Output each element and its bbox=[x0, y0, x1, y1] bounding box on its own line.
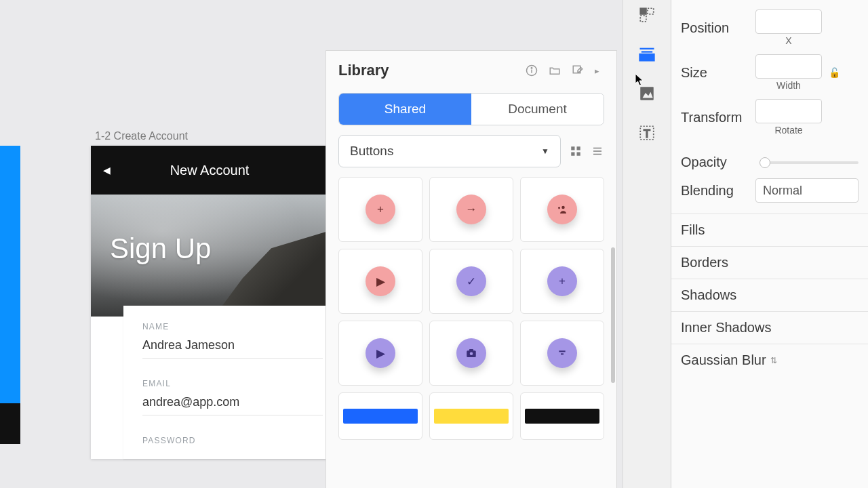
component-tile[interactable]: ▶ bbox=[338, 321, 422, 386]
svg-rect-24 bbox=[640, 54, 654, 60]
svg-rect-25 bbox=[640, 87, 654, 100]
component-tile[interactable] bbox=[520, 321, 604, 386]
email-label: EMAIL bbox=[142, 379, 323, 388]
transform-row: Transform Rotate bbox=[671, 95, 868, 140]
chevron-right-icon[interactable]: ▸ bbox=[589, 63, 604, 78]
edit-icon[interactable] bbox=[570, 63, 585, 78]
slider-knob[interactable] bbox=[760, 157, 770, 168]
component-tile[interactable] bbox=[429, 392, 513, 440]
artboard-selection-edge bbox=[0, 146, 20, 444]
borders-section[interactable]: Borders bbox=[671, 246, 868, 279]
position-x-sublabel: X bbox=[785, 35, 791, 46]
library-panel: Library ▸ Shared Document Buttons ▼ + → … bbox=[326, 50, 617, 488]
library-filter-row: Buttons ▼ bbox=[338, 135, 604, 167]
component-tile[interactable]: + bbox=[338, 177, 422, 242]
position-x-input[interactable] bbox=[755, 9, 822, 34]
name-value: Andrea Jameson bbox=[142, 338, 323, 359]
arrow-right-icon: → bbox=[456, 195, 486, 224]
fills-section[interactable]: Fills bbox=[671, 214, 868, 246]
email-value: andrea@app.com bbox=[142, 395, 323, 415]
component-tile[interactable]: ▶ bbox=[338, 249, 422, 314]
blending-select[interactable]: Normal bbox=[755, 178, 859, 203]
library-title: Library bbox=[338, 62, 516, 79]
rotate-sublabel: Rotate bbox=[774, 125, 802, 136]
transform-label: Transform bbox=[681, 110, 749, 125]
artboard: ◀ New Account Sign Up NAME Andrea Jameso… bbox=[91, 146, 328, 459]
inner-shadows-section[interactable]: Inner Shadows bbox=[671, 311, 868, 344]
hero-image: Sign Up bbox=[91, 195, 328, 317]
filter-icon bbox=[547, 338, 577, 368]
size-width-input[interactable] bbox=[755, 54, 822, 79]
tab-shared[interactable]: Shared bbox=[339, 94, 471, 125]
lock-icon[interactable]: 🔓 bbox=[829, 67, 840, 78]
svg-rect-4 bbox=[571, 146, 574, 150]
button-bar-black bbox=[525, 409, 599, 424]
artboard-title[interactable]: 1-2 Create Account bbox=[95, 130, 188, 142]
name-label: NAME bbox=[142, 322, 323, 331]
position-label: Position bbox=[681, 20, 749, 36]
blending-row: Blending Normal bbox=[671, 174, 868, 207]
scrollbar[interactable] bbox=[611, 247, 615, 383]
play-icon: ▶ bbox=[366, 338, 395, 368]
svg-rect-19 bbox=[640, 8, 646, 14]
name-field: NAME Andrea Jameson bbox=[142, 322, 323, 359]
category-dropdown[interactable]: Buttons ▼ bbox=[338, 135, 561, 167]
plus-icon: + bbox=[366, 195, 395, 224]
svg-rect-16 bbox=[469, 349, 473, 351]
svg-rect-7 bbox=[577, 152, 580, 156]
component-tile[interactable] bbox=[429, 321, 513, 386]
header-title: New Account bbox=[103, 163, 316, 178]
check-icon: ✓ bbox=[456, 266, 486, 296]
align-tool[interactable] bbox=[635, 3, 659, 27]
library-titlebar: Library ▸ bbox=[326, 51, 616, 86]
updown-icon[interactable]: ⇅ bbox=[770, 356, 777, 365]
component-tile[interactable]: → bbox=[429, 177, 513, 242]
opacity-slider[interactable] bbox=[760, 161, 859, 164]
list-view-button[interactable] bbox=[591, 144, 604, 158]
component-tile[interactable] bbox=[338, 392, 422, 440]
hero-heading: Sign Up bbox=[110, 232, 211, 265]
form-card: NAME Andrea Jameson EMAIL andrea@app.com… bbox=[123, 306, 342, 459]
button-bar-yellow bbox=[434, 409, 509, 424]
component-tile[interactable]: ✓ bbox=[429, 249, 513, 314]
cursor-icon bbox=[635, 73, 644, 87]
component-tile[interactable] bbox=[520, 177, 604, 242]
library-tool[interactable] bbox=[635, 42, 659, 66]
gaussian-blur-label: Gaussian Blur bbox=[681, 352, 766, 368]
text-tool[interactable]: T bbox=[635, 121, 659, 145]
password-label: PASSWORD bbox=[142, 436, 323, 445]
shadows-section[interactable]: Shadows bbox=[671, 279, 868, 311]
size-width-sublabel: Width bbox=[776, 80, 801, 91]
svg-rect-20 bbox=[648, 8, 654, 14]
svg-rect-21 bbox=[640, 16, 646, 22]
position-row: Position X bbox=[671, 5, 868, 50]
grid-view-button[interactable] bbox=[569, 144, 583, 158]
app-header: ◀ New Account bbox=[91, 146, 328, 195]
size-label: Size bbox=[681, 65, 749, 81]
svg-point-2 bbox=[531, 68, 532, 69]
info-icon[interactable] bbox=[524, 63, 539, 78]
back-icon: ◀ bbox=[103, 165, 111, 176]
button-bar-blue bbox=[343, 409, 418, 424]
gaussian-blur-section[interactable]: Gaussian Blur ⇅ bbox=[671, 344, 868, 376]
dropdown-value: Buttons bbox=[350, 144, 393, 159]
blending-label: Blending bbox=[681, 183, 749, 199]
plus-icon: + bbox=[547, 266, 577, 296]
size-row: Size Width 🔓 bbox=[671, 50, 868, 95]
component-tile[interactable]: + bbox=[520, 249, 604, 314]
svg-point-11 bbox=[561, 206, 565, 209]
inspector-panel: Position X Size Width 🔓 Transform Rotate… bbox=[671, 0, 868, 488]
camera-icon bbox=[456, 338, 486, 368]
password-field: PASSWORD bbox=[142, 436, 323, 445]
folder-icon[interactable] bbox=[547, 63, 562, 78]
library-tabs: Shared Document bbox=[338, 93, 604, 125]
component-grid: + → ▶ ✓ + ▶ bbox=[326, 177, 616, 452]
component-tile[interactable] bbox=[520, 392, 604, 440]
tab-document[interactable]: Document bbox=[471, 94, 604, 125]
panel-tool-strip: T bbox=[623, 0, 671, 488]
email-field: EMAIL andrea@app.com bbox=[142, 379, 323, 415]
svg-point-15 bbox=[470, 352, 473, 356]
play-icon: ▶ bbox=[366, 266, 395, 296]
opacity-label: Opacity bbox=[681, 155, 749, 170]
rotate-input[interactable] bbox=[755, 99, 822, 123]
